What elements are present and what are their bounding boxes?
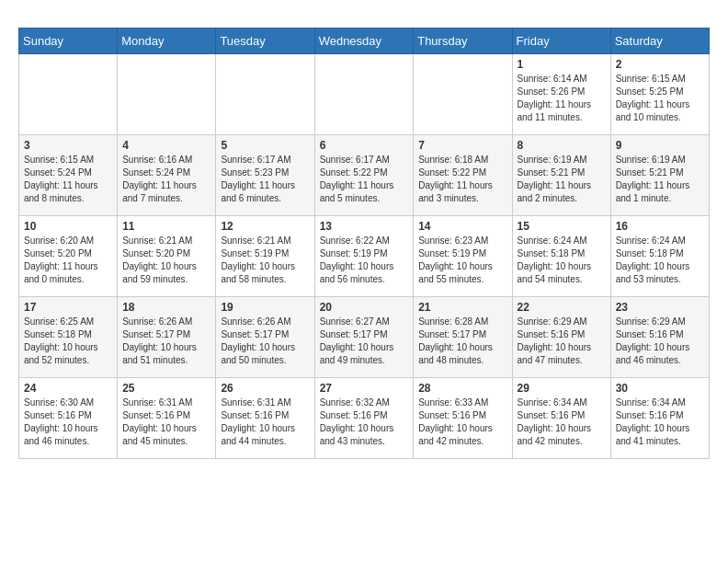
calendar-week-row: 1Sunrise: 6:14 AM Sunset: 5:26 PM Daylig…	[19, 54, 710, 135]
calendar-cell: 30Sunrise: 6:34 AM Sunset: 5:16 PM Dayli…	[610, 378, 709, 459]
day-info: Sunrise: 6:29 AM Sunset: 5:16 PM Dayligh…	[616, 316, 704, 367]
calendar-cell: 15Sunrise: 6:24 AM Sunset: 5:18 PM Dayli…	[512, 216, 610, 297]
calendar-cell: 1Sunrise: 6:14 AM Sunset: 5:26 PM Daylig…	[512, 54, 610, 135]
calendar-week-row: 3Sunrise: 6:15 AM Sunset: 5:24 PM Daylig…	[19, 135, 710, 216]
day-info: Sunrise: 6:22 AM Sunset: 5:19 PM Dayligh…	[320, 235, 409, 286]
calendar-cell: 24Sunrise: 6:30 AM Sunset: 5:16 PM Dayli…	[19, 378, 118, 459]
day-number: 17	[24, 301, 112, 314]
calendar-cell: 25Sunrise: 6:31 AM Sunset: 5:16 PM Dayli…	[118, 378, 216, 459]
day-info: Sunrise: 6:26 AM Sunset: 5:17 PM Dayligh…	[221, 316, 309, 367]
weekday-header: Wednesday	[314, 29, 414, 54]
calendar-cell: 23Sunrise: 6:29 AM Sunset: 5:16 PM Dayli…	[610, 297, 709, 378]
day-info: Sunrise: 6:14 AM Sunset: 5:26 PM Dayligh…	[518, 73, 606, 124]
calendar-cell: 18Sunrise: 6:26 AM Sunset: 5:17 PM Dayli…	[118, 297, 216, 378]
day-info: Sunrise: 6:28 AM Sunset: 5:17 PM Dayligh…	[418, 316, 506, 367]
day-number: 12	[221, 220, 309, 233]
calendar-week-row: 24Sunrise: 6:30 AM Sunset: 5:16 PM Dayli…	[19, 378, 710, 459]
calendar-cell: 21Sunrise: 6:28 AM Sunset: 5:17 PM Dayli…	[414, 297, 512, 378]
day-number: 27	[320, 382, 409, 395]
calendar-week-row: 17Sunrise: 6:25 AM Sunset: 5:18 PM Dayli…	[19, 297, 710, 378]
day-number: 16	[616, 220, 704, 233]
day-info: Sunrise: 6:17 AM Sunset: 5:23 PM Dayligh…	[221, 154, 309, 205]
day-number: 18	[122, 301, 210, 314]
calendar-cell: 16Sunrise: 6:24 AM Sunset: 5:18 PM Dayli…	[610, 216, 709, 297]
day-info: Sunrise: 6:31 AM Sunset: 5:16 PM Dayligh…	[221, 396, 309, 448]
day-info: Sunrise: 6:16 AM Sunset: 5:24 PM Dayligh…	[122, 154, 210, 205]
calendar-cell: 5Sunrise: 6:17 AM Sunset: 5:23 PM Daylig…	[216, 135, 314, 216]
calendar-cell: 20Sunrise: 6:27 AM Sunset: 5:17 PM Dayli…	[314, 297, 414, 378]
calendar-cell: 3Sunrise: 6:15 AM Sunset: 5:24 PM Daylig…	[19, 135, 118, 216]
calendar-cell: 27Sunrise: 6:32 AM Sunset: 5:16 PM Dayli…	[314, 378, 414, 459]
calendar-cell: 12Sunrise: 6:21 AM Sunset: 5:19 PM Dayli…	[216, 216, 314, 297]
day-number: 8	[518, 139, 606, 152]
calendar-cell	[216, 54, 314, 135]
day-info: Sunrise: 6:17 AM Sunset: 5:22 PM Dayligh…	[320, 154, 409, 205]
calendar-cell	[19, 54, 118, 135]
day-number: 28	[418, 382, 506, 395]
day-number: 22	[518, 301, 606, 314]
day-number: 15	[518, 220, 606, 233]
day-number: 19	[221, 301, 309, 314]
calendar-cell: 26Sunrise: 6:31 AM Sunset: 5:16 PM Dayli…	[216, 378, 314, 459]
calendar-cell: 11Sunrise: 6:21 AM Sunset: 5:20 PM Dayli…	[118, 216, 216, 297]
calendar-cell: 9Sunrise: 6:19 AM Sunset: 5:21 PM Daylig…	[610, 135, 709, 216]
day-info: Sunrise: 6:24 AM Sunset: 5:18 PM Dayligh…	[616, 235, 704, 286]
weekday-header: Friday	[512, 29, 610, 54]
day-info: Sunrise: 6:24 AM Sunset: 5:18 PM Dayligh…	[518, 235, 606, 286]
day-number: 6	[320, 139, 409, 152]
day-number: 11	[122, 220, 210, 233]
day-number: 9	[616, 139, 704, 152]
day-info: Sunrise: 6:21 AM Sunset: 5:19 PM Dayligh…	[221, 235, 309, 286]
day-info: Sunrise: 6:29 AM Sunset: 5:16 PM Dayligh…	[518, 316, 606, 367]
day-info: Sunrise: 6:19 AM Sunset: 5:21 PM Dayligh…	[518, 154, 606, 205]
calendar-table: SundayMondayTuesdayWednesdayThursdayFrid…	[18, 28, 710, 459]
weekday-header: Tuesday	[216, 29, 314, 54]
day-info: Sunrise: 6:32 AM Sunset: 5:16 PM Dayligh…	[320, 396, 409, 448]
day-number: 4	[122, 139, 210, 152]
day-number: 10	[24, 220, 112, 233]
day-info: Sunrise: 6:31 AM Sunset: 5:16 PM Dayligh…	[122, 396, 210, 448]
calendar-cell: 14Sunrise: 6:23 AM Sunset: 5:19 PM Dayli…	[414, 216, 512, 297]
calendar-cell	[314, 54, 414, 135]
calendar-cell: 17Sunrise: 6:25 AM Sunset: 5:18 PM Dayli…	[19, 297, 118, 378]
day-info: Sunrise: 6:15 AM Sunset: 5:25 PM Dayligh…	[616, 73, 704, 124]
calendar-cell: 8Sunrise: 6:19 AM Sunset: 5:21 PM Daylig…	[512, 135, 610, 216]
day-number: 20	[320, 301, 409, 314]
day-number: 21	[418, 301, 506, 314]
day-number: 25	[122, 382, 210, 395]
day-info: Sunrise: 6:20 AM Sunset: 5:20 PM Dayligh…	[24, 235, 112, 286]
day-info: Sunrise: 6:26 AM Sunset: 5:17 PM Dayligh…	[122, 316, 210, 367]
day-info: Sunrise: 6:34 AM Sunset: 5:16 PM Dayligh…	[518, 396, 606, 448]
calendar-cell: 28Sunrise: 6:33 AM Sunset: 5:16 PM Dayli…	[414, 378, 512, 459]
day-number: 1	[518, 58, 606, 71]
day-number: 14	[418, 220, 506, 233]
day-info: Sunrise: 6:30 AM Sunset: 5:16 PM Dayligh…	[24, 396, 112, 448]
calendar-cell: 29Sunrise: 6:34 AM Sunset: 5:16 PM Dayli…	[512, 378, 610, 459]
calendar-cell: 2Sunrise: 6:15 AM Sunset: 5:25 PM Daylig…	[610, 54, 709, 135]
day-number: 7	[418, 139, 506, 152]
weekday-header: Monday	[118, 29, 216, 54]
day-number: 2	[616, 58, 704, 71]
day-number: 3	[24, 139, 112, 152]
calendar-cell	[118, 54, 216, 135]
calendar-cell: 19Sunrise: 6:26 AM Sunset: 5:17 PM Dayli…	[216, 297, 314, 378]
day-info: Sunrise: 6:34 AM Sunset: 5:16 PM Dayligh…	[616, 396, 704, 448]
day-info: Sunrise: 6:25 AM Sunset: 5:18 PM Dayligh…	[24, 316, 112, 367]
calendar-cell: 13Sunrise: 6:22 AM Sunset: 5:19 PM Dayli…	[314, 216, 414, 297]
weekday-header: Thursday	[414, 29, 512, 54]
day-info: Sunrise: 6:21 AM Sunset: 5:20 PM Dayligh…	[122, 235, 210, 286]
day-number: 24	[24, 382, 112, 395]
day-number: 13	[320, 220, 409, 233]
calendar-cell: 10Sunrise: 6:20 AM Sunset: 5:20 PM Dayli…	[19, 216, 118, 297]
calendar-cell: 6Sunrise: 6:17 AM Sunset: 5:22 PM Daylig…	[314, 135, 414, 216]
day-info: Sunrise: 6:15 AM Sunset: 5:24 PM Dayligh…	[24, 154, 112, 205]
day-info: Sunrise: 6:18 AM Sunset: 5:22 PM Dayligh…	[418, 154, 506, 205]
day-number: 30	[616, 382, 704, 395]
day-info: Sunrise: 6:27 AM Sunset: 5:17 PM Dayligh…	[320, 316, 409, 367]
calendar-cell: 7Sunrise: 6:18 AM Sunset: 5:22 PM Daylig…	[414, 135, 512, 216]
day-number: 26	[221, 382, 309, 395]
weekday-header: Sunday	[19, 29, 118, 54]
day-number: 29	[518, 382, 606, 395]
day-number: 5	[221, 139, 309, 152]
calendar-cell: 22Sunrise: 6:29 AM Sunset: 5:16 PM Dayli…	[512, 297, 610, 378]
